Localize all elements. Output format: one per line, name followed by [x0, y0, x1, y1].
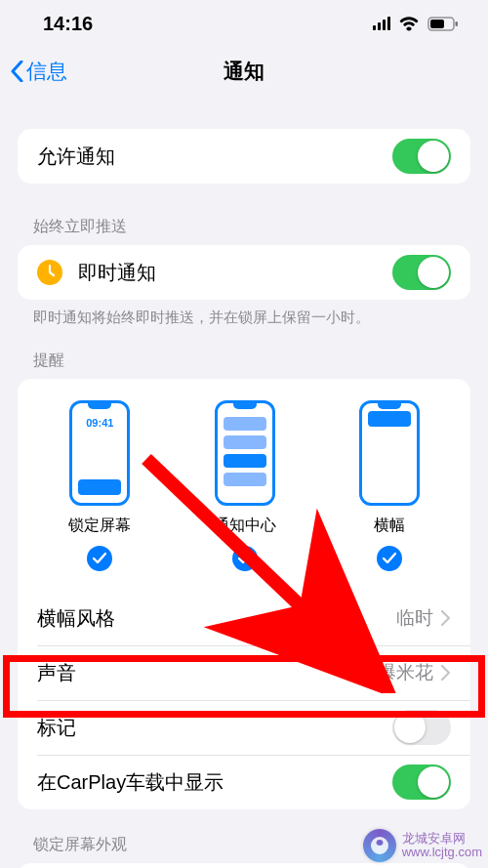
- watermark-line2: www.lcjtg.com: [402, 846, 482, 859]
- notification-center-preview-icon: [215, 400, 275, 506]
- instant-label: 即时通知: [78, 260, 392, 286]
- badges-label: 标记: [37, 715, 392, 741]
- banner-preview-icon: [359, 400, 420, 506]
- instant-row[interactable]: 即时通知: [18, 245, 470, 300]
- chevron-right-icon: [441, 610, 451, 626]
- sounds-value: 爆米花: [378, 660, 433, 685]
- watermark-logo-icon: [363, 829, 396, 862]
- alerts-header: 提醒: [0, 351, 488, 379]
- carplay-row[interactable]: 在CarPlay车载中显示: [18, 755, 470, 809]
- status-indicators: [373, 16, 459, 31]
- lockscreen-time: 09:41: [72, 417, 127, 429]
- status-time: 14:16: [43, 13, 93, 35]
- wifi-icon: [398, 16, 420, 31]
- carplay-label: 在CarPlay车载中显示: [37, 769, 392, 796]
- alert-option-label: 通知中心: [214, 516, 276, 536]
- watermark: 龙城安卓网 www.lcjtg.com: [363, 829, 482, 862]
- chevron-left-icon: [10, 61, 24, 82]
- lockscreen-preview-icon: 09:41: [69, 400, 130, 506]
- chevron-right-icon: [441, 665, 451, 681]
- alert-option-notification-center[interactable]: 通知中心: [214, 400, 276, 571]
- banner-style-row[interactable]: 横幅风格 临时: [18, 591, 470, 645]
- watermark-line1: 龙城安卓网: [402, 832, 482, 846]
- content: 允许通知 始终立即推送 即时通知 即时通知将始终即时推送，并在锁屏上保留一小时。…: [0, 129, 488, 868]
- cellular-signal-icon: [373, 17, 390, 30]
- alert-option-banner[interactable]: 横幅: [359, 400, 420, 571]
- nav-bar: 信息 通知: [0, 47, 488, 96]
- allow-notifications-toggle[interactable]: [392, 139, 451, 174]
- battery-icon: [427, 17, 459, 31]
- alert-option-label: 横幅: [374, 516, 405, 536]
- alert-option-label: 锁定屏幕: [68, 516, 131, 536]
- status-bar: 14:16: [0, 0, 488, 47]
- sounds-label: 声音: [37, 660, 378, 686]
- checkmark-icon: [377, 546, 402, 571]
- instant-group: 始终立即推送 即时通知 即时通知将始终即时推送，并在锁屏上保留一小时。: [0, 217, 488, 327]
- banner-style-value: 临时: [396, 605, 433, 631]
- clock-icon: [37, 260, 62, 285]
- alert-option-lockscreen[interactable]: 09:41 锁定屏幕: [68, 400, 131, 571]
- sounds-row[interactable]: 声音 爆米花: [18, 645, 470, 700]
- allow-notifications-row[interactable]: 允许通知: [18, 129, 470, 184]
- svg-rect-2: [456, 21, 459, 26]
- svg-rect-1: [430, 20, 444, 28]
- checkmark-icon: [87, 546, 112, 571]
- carplay-toggle[interactable]: [392, 765, 451, 800]
- alerts-group: 提醒 09:41 锁定屏幕: [0, 351, 488, 809]
- show-previews-row[interactable]: 显示预览 解锁时: [18, 863, 470, 868]
- badges-toggle[interactable]: [392, 710, 451, 745]
- instant-footer: 即时通知将始终即时推送，并在锁屏上保留一小时。: [0, 300, 488, 327]
- instant-header: 始终立即推送: [0, 217, 488, 245]
- banner-style-label: 横幅风格: [37, 605, 396, 632]
- back-label: 信息: [26, 58, 67, 85]
- instant-toggle[interactable]: [392, 255, 451, 290]
- badges-row[interactable]: 标记: [18, 700, 470, 755]
- page-title: 通知: [224, 58, 264, 85]
- alert-style-picker: 09:41 锁定屏幕 通知中心: [18, 379, 470, 591]
- checkmark-icon: [232, 546, 258, 571]
- allow-group: 允许通知: [0, 129, 488, 184]
- back-button[interactable]: 信息: [10, 58, 67, 85]
- allow-notifications-label: 允许通知: [37, 144, 392, 170]
